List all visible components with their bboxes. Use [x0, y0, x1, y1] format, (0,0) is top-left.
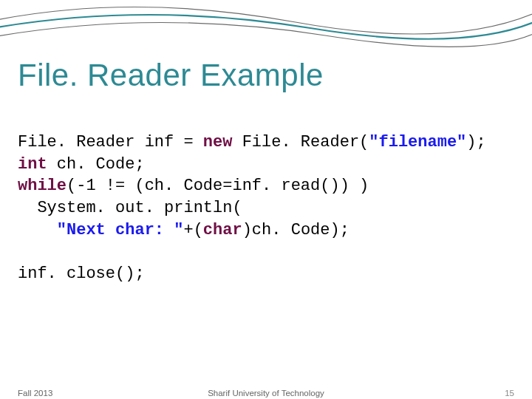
code-line-1: File. Reader inf = new File. Reader("fil… — [18, 133, 486, 151]
code-block: File. Reader inf = new File. Reader("fil… — [18, 132, 486, 285]
code-line-5: "Next char: "+(char)ch. Code); — [18, 221, 349, 239]
code-line-2: int ch. Code; — [18, 155, 145, 174]
decorative-swoosh — [0, 0, 532, 66]
code-line-4: System. out. println( — [18, 199, 242, 217]
slide-title: File. Reader Example — [18, 58, 324, 93]
code-line-3: while(-1 != (ch. Code=inf. read()) ) — [18, 177, 369, 195]
code-line-6: inf. close(); — [18, 265, 145, 283]
footer-affiliation: Sharif University of Technology — [0, 389, 532, 398]
slide-number: 15 — [505, 389, 514, 398]
